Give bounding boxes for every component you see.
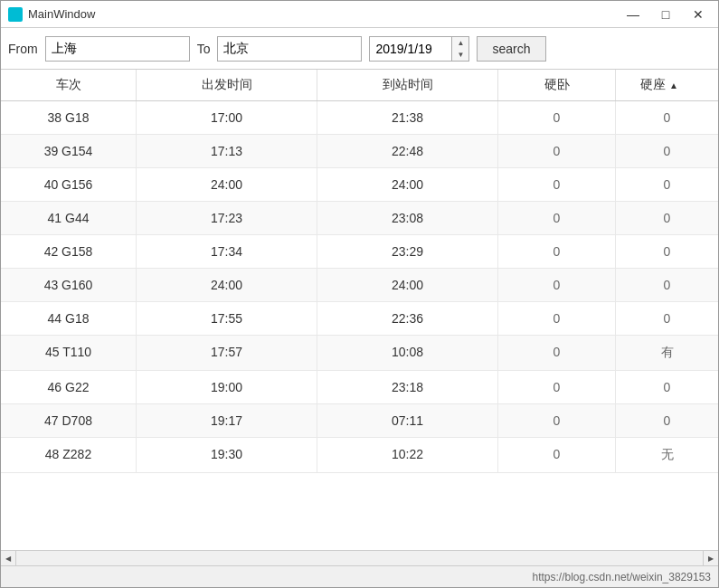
- cell-hard-seat: 0: [616, 371, 718, 403]
- cell-hard-sleeper: 0: [498, 269, 616, 301]
- cell-arrive: 24:00: [317, 269, 498, 301]
- sort-icon: ▲: [669, 81, 678, 90]
- table-row[interactable]: 47 D708 19:17 07:11 0 0: [1, 404, 718, 438]
- status-bar: https://blog.csdn.net/weixin_3829153: [1, 565, 718, 587]
- table-row[interactable]: 43 G160 24:00 24:00 0 0: [1, 269, 718, 302]
- cell-index-train: 38 G18: [1, 101, 137, 134]
- cell-depart: 17:23: [137, 202, 317, 234]
- cell-index-train: 40 G156: [1, 168, 137, 201]
- cell-hard-sleeper: 0: [498, 135, 616, 167]
- cell-hard-sleeper: 0: [498, 371, 616, 403]
- horizontal-scrollbar: ◀ ▶: [1, 550, 718, 565]
- table-header: 车次 出发时间 到站时间 硬卧 硬座 ▲: [1, 70, 718, 101]
- cell-hard-seat: 0: [616, 269, 718, 301]
- col-header-arrive: 到站时间: [317, 70, 498, 100]
- cell-arrive: 23:29: [317, 235, 498, 268]
- cell-arrive: 23:18: [317, 371, 498, 403]
- h-scroll-track: [16, 551, 703, 565]
- date-spinner: ▲ ▼: [451, 37, 468, 61]
- cell-arrive: 22:48: [317, 135, 498, 167]
- main-window: MainWindow — □ ✕ From To ▲ ▼ search 车次: [0, 0, 719, 588]
- table-row[interactable]: 42 G158 17:34 23:29 0 0: [1, 235, 718, 269]
- cell-depart: 24:00: [137, 269, 317, 301]
- table-row[interactable]: 46 G22 19:00 23:18 0 0: [1, 371, 718, 404]
- minimize-button[interactable]: —: [620, 5, 646, 24]
- app-icon: [8, 7, 23, 22]
- cell-arrive: 10:22: [317, 438, 498, 472]
- cell-index-train: 45 T110: [1, 336, 137, 370]
- cell-hard-sleeper: 0: [498, 168, 616, 201]
- table-row[interactable]: 41 G44 17:23 23:08 0 0: [1, 202, 718, 235]
- col-header-train: 车次: [1, 70, 137, 100]
- date-input[interactable]: [370, 37, 451, 61]
- cell-index-train: 44 G18: [1, 302, 137, 335]
- scroll-left-button[interactable]: ◀: [1, 551, 16, 566]
- toolbar: From To ▲ ▼ search: [1, 28, 718, 70]
- cell-hard-sleeper: 0: [498, 438, 616, 472]
- cell-hard-seat: 0: [616, 168, 718, 201]
- col-header-hard-sleeper: 硬卧: [498, 70, 616, 100]
- scroll-right-button[interactable]: ▶: [703, 551, 718, 566]
- status-text: https://blog.csdn.net/weixin_3829153: [533, 571, 711, 583]
- cell-index-train: 48 Z282: [1, 438, 137, 472]
- window-controls: — □ ✕: [620, 5, 711, 24]
- cell-hard-sleeper: 0: [498, 101, 616, 134]
- cell-index-train: 42 G158: [1, 235, 137, 268]
- from-input[interactable]: [45, 36, 190, 62]
- cell-arrive: 07:11: [317, 404, 498, 437]
- cell-depart: 19:00: [137, 371, 317, 403]
- cell-depart: 19:30: [137, 438, 317, 472]
- to-label: To: [197, 42, 211, 56]
- cell-arrive: 24:00: [317, 168, 498, 201]
- cell-hard-sleeper: 0: [498, 404, 616, 437]
- cell-index-train: 39 G154: [1, 135, 137, 167]
- table-row[interactable]: 45 T110 17:57 10:08 0 有: [1, 336, 718, 371]
- cell-depart: 17:55: [137, 302, 317, 335]
- cell-hard-seat: 0: [616, 135, 718, 167]
- col-header-hard-seat: 硬座 ▲: [616, 70, 703, 100]
- cell-hard-seat: 0: [616, 302, 718, 335]
- cell-depart: 24:00: [137, 168, 317, 201]
- cell-depart: 17:00: [137, 101, 317, 134]
- cell-hard-sleeper: 0: [498, 302, 616, 335]
- cell-hard-sleeper: 0: [498, 235, 616, 268]
- cell-hard-seat: 0: [616, 235, 718, 268]
- cell-depart: 17:34: [137, 235, 317, 268]
- cell-hard-seat: 0: [616, 101, 718, 134]
- cell-index-train: 47 D708: [1, 404, 137, 437]
- cell-index-train: 43 G160: [1, 269, 137, 301]
- cell-depart: 17:57: [137, 336, 317, 370]
- to-input[interactable]: [217, 36, 362, 62]
- search-button[interactable]: search: [477, 36, 545, 62]
- table-row[interactable]: 39 G154 17:13 22:48 0 0: [1, 135, 718, 168]
- maximize-button[interactable]: □: [653, 5, 678, 24]
- cell-arrive: 23:08: [317, 202, 498, 234]
- cell-hard-seat: 无: [616, 438, 718, 472]
- cell-hard-sleeper: 0: [498, 336, 616, 370]
- cell-arrive: 10:08: [317, 336, 498, 370]
- date-decrement-button[interactable]: ▼: [452, 49, 468, 61]
- table-body: 38 G18 17:00 21:38 0 0 39 G154 17:13 22:…: [1, 101, 718, 550]
- date-increment-button[interactable]: ▲: [452, 37, 468, 49]
- cell-depart: 19:17: [137, 404, 317, 437]
- cell-depart: 17:13: [137, 135, 317, 167]
- cell-hard-seat: 0: [616, 202, 718, 234]
- table-row[interactable]: 38 G18 17:00 21:38 0 0: [1, 101, 718, 135]
- title-bar: MainWindow — □ ✕: [1, 1, 718, 28]
- table-row[interactable]: 40 G156 24:00 24:00 0 0: [1, 168, 718, 202]
- cell-index-train: 41 G44: [1, 202, 137, 234]
- train-table: 车次 出发时间 到站时间 硬卧 硬座 ▲ 38 G18 17:00 21:38 …: [1, 70, 718, 550]
- cell-hard-sleeper: 0: [498, 202, 616, 234]
- close-button[interactable]: ✕: [686, 5, 711, 24]
- date-picker: ▲ ▼: [369, 36, 469, 62]
- cell-hard-seat: 0: [616, 404, 718, 437]
- table-row[interactable]: 44 G18 17:55 22:36 0 0: [1, 302, 718, 336]
- cell-hard-seat: 有: [616, 336, 718, 370]
- cell-arrive: 21:38: [317, 101, 498, 134]
- col-header-depart: 出发时间: [137, 70, 317, 100]
- window-title: MainWindow: [28, 7, 620, 21]
- from-label: From: [8, 42, 38, 56]
- cell-index-train: 46 G22: [1, 371, 137, 403]
- table-row[interactable]: 48 Z282 19:30 10:22 0 无: [1, 438, 718, 473]
- cell-arrive: 22:36: [317, 302, 498, 335]
